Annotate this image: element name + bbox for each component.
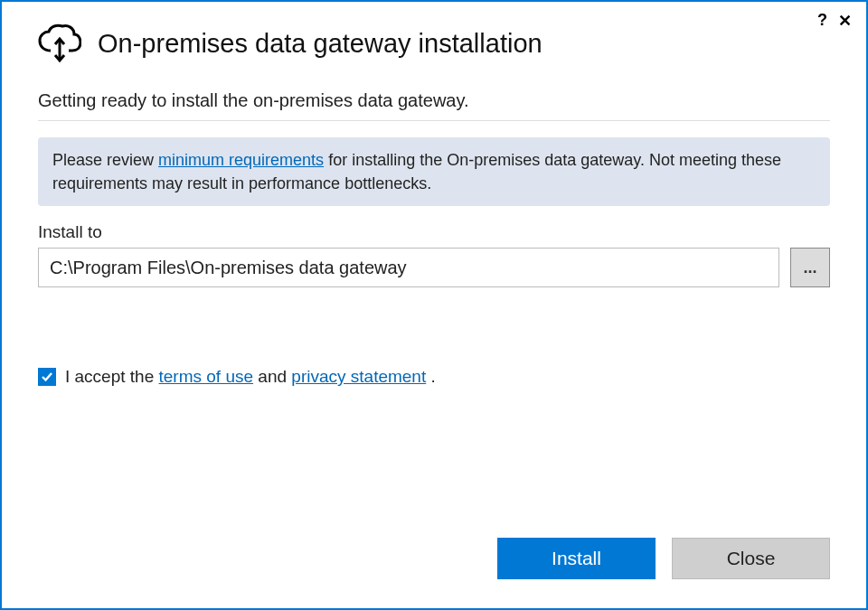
- accept-terms-row: I accept the terms of use and privacy st…: [38, 367, 830, 387]
- footer: Install Close: [2, 538, 866, 608]
- install-to-label: Install to: [38, 222, 830, 242]
- requirements-notice: Please review minimum requirements for i…: [38, 137, 830, 206]
- cloud-gateway-icon: [38, 23, 81, 63]
- notice-prefix: Please review: [52, 151, 158, 169]
- page-title: On-premises data gateway installation: [98, 29, 542, 59]
- minimum-requirements-link[interactable]: minimum requirements: [158, 151, 324, 169]
- accept-checkbox[interactable]: [38, 368, 56, 386]
- privacy-statement-link[interactable]: privacy statement: [291, 367, 426, 386]
- accept-suffix: .: [426, 367, 436, 386]
- subtitle: Getting ready to install the on-premises…: [38, 90, 830, 111]
- accept-mid: and: [253, 367, 291, 386]
- accept-prefix: I accept the: [65, 367, 159, 386]
- close-button[interactable]: Close: [672, 538, 830, 579]
- install-button[interactable]: Install: [497, 538, 656, 579]
- header: On-premises data gateway installation: [38, 23, 830, 63]
- browse-button[interactable]: ...: [790, 248, 830, 287]
- content-area: On-premises data gateway installation Ge…: [2, 31, 866, 538]
- close-icon[interactable]: ✕: [838, 11, 852, 31]
- checkmark-icon: [41, 371, 53, 383]
- terms-of-use-link[interactable]: terms of use: [159, 367, 254, 386]
- installer-window: ? ✕ On-premises data gateway installatio…: [0, 0, 868, 610]
- install-path-row: ...: [38, 248, 830, 287]
- install-path-input[interactable]: [38, 248, 779, 287]
- accept-text: I accept the terms of use and privacy st…: [65, 367, 436, 387]
- divider: [38, 120, 830, 121]
